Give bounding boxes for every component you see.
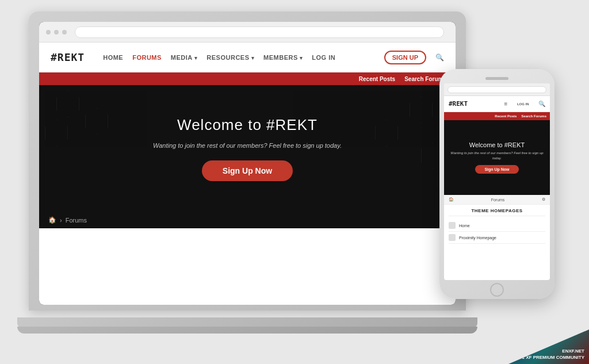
nav-item-login[interactable]: LOG IN xyxy=(312,54,335,61)
nav-item-members[interactable]: MEMBERS xyxy=(263,54,303,61)
phone-breadcrumb: 🏠 Forums ⚙ xyxy=(444,195,550,205)
phone-home-button[interactable] xyxy=(490,283,504,297)
laptop-foot xyxy=(17,327,477,334)
breadcrumb-home-icon[interactable]: 🏠 xyxy=(48,216,56,224)
red-bar: Recent Posts Search Forums xyxy=(39,72,456,85)
hero-title: Welcome to #REKT xyxy=(153,116,342,134)
breadcrumb-current: Forums xyxy=(66,217,87,224)
nav-bar: #REKT HOME FORUMS MEDIA RESOURCES MEMBER… xyxy=(39,43,456,72)
phone-list-item-proximity[interactable]: Proximity Homepage xyxy=(449,232,545,244)
watermark-line2: #1 XF PREMIUM COMMUNITY xyxy=(519,355,584,361)
phone-login-link[interactable]: LOG IN xyxy=(517,102,529,106)
signup-now-button[interactable]: Sign Up Now xyxy=(202,160,293,181)
phone-search-icon[interactable]: 🔍 xyxy=(538,101,545,107)
hex-3 xyxy=(45,120,68,146)
browser-dot-2 xyxy=(54,30,59,35)
browser-dot-3 xyxy=(62,30,67,35)
phone-hero: Welcome to #REKT Wanting to join the res… xyxy=(444,120,550,195)
watermark: ENXF.NET #1 XF PREMIUM COMMUNITY xyxy=(508,329,589,364)
browser-url-bar[interactable] xyxy=(75,26,444,38)
hero-section: Welcome to #REKT Wanting to join the res… xyxy=(39,85,456,212)
phone-theme-section: THEME HOMEPAGES Home Proximity Homepage xyxy=(444,205,550,247)
phone-list-item-home[interactable]: Home xyxy=(449,220,545,232)
hex-2 xyxy=(85,108,108,135)
nav-item-forums[interactable]: FORUMS xyxy=(132,54,162,61)
phone-list-label-proximity: Proximity Homepage xyxy=(459,236,496,240)
phone-hero-title: Welcome to #REKT xyxy=(469,141,525,148)
phone-signup-button[interactable]: Sign Up Now xyxy=(475,165,518,174)
nav-item-resources[interactable]: RESOURCES xyxy=(206,54,254,61)
watermark-line1: ENXF.NET xyxy=(519,348,584,354)
browser-dot-1 xyxy=(46,30,51,35)
site-logo: #REKT xyxy=(51,51,85,63)
phone-breadcrumb-settings[interactable]: ⚙ xyxy=(542,197,545,202)
phone-url-bar[interactable] xyxy=(448,86,546,93)
phone-list-label-home: Home xyxy=(459,224,470,228)
search-icon[interactable]: 🔍 xyxy=(435,53,444,62)
hex-1 xyxy=(56,91,79,117)
phone-list-icon-1 xyxy=(449,222,456,229)
phone-hero-subtitle: Wanting to join the rest of our members?… xyxy=(449,151,545,160)
hex-5 xyxy=(375,120,398,146)
breadcrumb-separator: › xyxy=(60,217,62,224)
laptop: #REKT HOME FORUMS MEDIA RESOURCES MEMBER… xyxy=(29,12,466,345)
hero-content: Welcome to #REKT Wanting to join the res… xyxy=(153,116,342,181)
nav-item-home[interactable]: HOME xyxy=(103,54,123,61)
breadcrumb: 🏠 › Forums xyxy=(39,212,456,228)
phone-section-title: THEME HOMEPAGES xyxy=(449,208,545,216)
hero-subtitle: Wanting to join the rest of our members?… xyxy=(153,142,342,149)
phone-breadcrumb-current: Forums xyxy=(491,198,505,202)
recent-posts-link[interactable]: Recent Posts xyxy=(359,76,395,82)
phone-red-bar: Recent Posts Search Forums xyxy=(444,112,550,120)
nav-item-media[interactable]: MEDIA xyxy=(171,54,197,61)
phone-body: #REKT ≡ LOG IN 🔍 Recent Posts Search For… xyxy=(439,69,554,299)
phone-screen: #REKT ≡ LOG IN 🔍 Recent Posts Search For… xyxy=(444,83,550,280)
phone-speaker xyxy=(485,77,508,80)
phone-site-logo: #REKT xyxy=(449,100,501,108)
laptop-screen: #REKT HOME FORUMS MEDIA RESOURCES MEMBER… xyxy=(39,22,456,305)
phone-list-icon-2 xyxy=(449,234,456,241)
website: #REKT HOME FORUMS MEDIA RESOURCES MEMBER… xyxy=(39,43,456,305)
phone-browser-chrome xyxy=(444,83,550,96)
nav-signup-button[interactable]: SIGN UP xyxy=(384,51,426,64)
phone-breadcrumb-home: 🏠 xyxy=(449,197,454,202)
phone: #REKT ≡ LOG IN 🔍 Recent Posts Search For… xyxy=(439,69,554,299)
phone-nav: #REKT ≡ LOG IN 🔍 xyxy=(444,96,550,112)
browser-chrome xyxy=(39,22,456,43)
phone-menu-icon[interactable]: ≡ xyxy=(504,101,508,107)
phone-search-forums[interactable]: Search Forums xyxy=(521,114,546,118)
phone-recent-posts[interactable]: Recent Posts xyxy=(495,114,517,118)
hex-4 xyxy=(410,97,433,123)
laptop-body: #REKT HOME FORUMS MEDIA RESOURCES MEMBER… xyxy=(29,12,466,311)
